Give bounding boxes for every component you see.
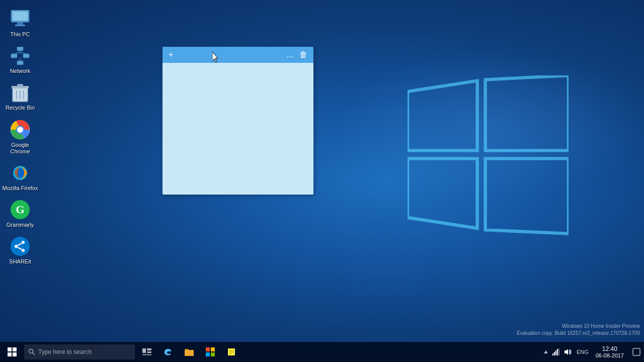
- sticky-note-more-button[interactable]: ...: [285, 49, 295, 60]
- clock-date: 06-08-2017: [596, 352, 624, 358]
- sticky-note-body[interactable]: [163, 63, 313, 195]
- tray-volume-icon[interactable]: [562, 342, 575, 362]
- svg-rect-57: [554, 352, 555, 355]
- svg-point-29: [11, 237, 30, 256]
- tray-network-icon[interactable]: [550, 342, 562, 362]
- volume-icon: [565, 348, 573, 355]
- system-tray: ENG 12:40 06-08-2017: [541, 342, 644, 362]
- shareit-label: SHAREit: [9, 258, 31, 265]
- chrome-icon: [10, 120, 30, 140]
- desktop-icon-recycle-bin[interactable]: Recycle Bin: [0, 78, 40, 115]
- build-info-line1: Windows 10 Home Insider Preview: [517, 323, 640, 330]
- svg-point-40: [29, 349, 33, 353]
- notification-center-button[interactable]: [629, 342, 644, 362]
- sticky-notes-taskbar-button[interactable]: [221, 342, 242, 362]
- svg-rect-6: [17, 22, 23, 25]
- task-view-button[interactable]: [137, 342, 157, 362]
- desktop-icon-grammarly[interactable]: G Grammarly: [0, 196, 40, 232]
- svg-rect-37: [13, 347, 17, 351]
- svg-rect-45: [142, 354, 151, 355]
- taskbar-search-box[interactable]: [24, 344, 135, 359]
- svg-line-14: [20, 52, 26, 54]
- file-explorer-button[interactable]: [179, 342, 199, 362]
- taskbar: ENG 12:40 06-08-2017: [0, 342, 644, 362]
- svg-rect-62: [633, 348, 640, 355]
- tray-language-indicator[interactable]: ENG: [575, 342, 591, 362]
- svg-rect-5: [13, 12, 28, 21]
- language-label: ENG: [577, 349, 589, 355]
- desktop-icon-shareit[interactable]: SHAREit: [0, 232, 40, 269]
- recycle-bin-label: Recycle Bin: [6, 105, 35, 111]
- svg-rect-18: [17, 84, 23, 86]
- svg-rect-36: [8, 347, 12, 351]
- build-info-line2: Evaluation copy. Build 16257.rs3_release…: [517, 330, 640, 337]
- svg-marker-55: [544, 350, 548, 353]
- svg-rect-58: [555, 350, 556, 355]
- grammarly-icon: G: [10, 200, 30, 220]
- svg-line-13: [14, 52, 20, 54]
- svg-point-30: [15, 245, 18, 248]
- svg-rect-10: [23, 54, 29, 58]
- taskbar-app-icons: [137, 342, 242, 362]
- store-button[interactable]: [200, 342, 220, 362]
- network-icon: [10, 46, 30, 66]
- sticky-note-header: + ... 🗑: [163, 47, 313, 63]
- sticky-note-widget: + ... 🗑: [163, 47, 313, 195]
- network-label: Network: [10, 68, 30, 74]
- recycle-bin-icon: [10, 82, 30, 103]
- svg-point-32: [22, 249, 25, 252]
- svg-rect-50: [211, 352, 215, 356]
- sticky-note-actions: ... 🗑: [285, 49, 309, 60]
- svg-rect-44: [147, 351, 151, 353]
- svg-rect-11: [17, 61, 23, 65]
- svg-point-31: [22, 241, 25, 244]
- this-pc-icon: [10, 9, 30, 29]
- svg-rect-7: [15, 25, 25, 26]
- this-pc-label: This PC: [10, 31, 30, 38]
- chrome-label: Google Chrome: [2, 142, 38, 155]
- svg-text:G: G: [16, 203, 24, 216]
- desktop-icons: This PC Network: [0, 5, 40, 269]
- network-tray-icon: [552, 348, 560, 355]
- svg-line-41: [33, 353, 35, 355]
- firefox-icon: [10, 163, 30, 183]
- notification-icon: [632, 348, 640, 356]
- desktop-icon-this-pc[interactable]: This PC: [0, 5, 40, 42]
- edge-button[interactable]: [158, 342, 178, 362]
- desktop-icon-mozilla-firefox[interactable]: Mozilla Firefox: [0, 159, 40, 196]
- svg-marker-61: [565, 349, 568, 355]
- desktop-glow: [342, 50, 644, 201]
- build-info: Windows 10 Home Insider Preview Evaluati…: [517, 323, 640, 337]
- desktop-icon-network[interactable]: Network: [0, 42, 40, 78]
- svg-point-24: [17, 127, 23, 133]
- search-icon: [28, 348, 35, 355]
- svg-rect-39: [13, 352, 17, 356]
- grammarly-label: Grammarly: [7, 222, 34, 228]
- sticky-note-add-button[interactable]: +: [167, 49, 175, 60]
- svg-rect-43: [147, 348, 151, 350]
- tray-expand-button[interactable]: [541, 342, 550, 362]
- svg-rect-56: [552, 353, 553, 355]
- chevron-up-icon: [543, 349, 548, 354]
- firefox-label: Mozilla Firefox: [3, 185, 38, 192]
- tray-clock[interactable]: 12:40 06-08-2017: [591, 342, 629, 362]
- svg-rect-59: [557, 349, 558, 355]
- desktop-icon-google-chrome[interactable]: Google Chrome: [0, 116, 40, 159]
- sticky-note-delete-button[interactable]: 🗑: [297, 49, 309, 60]
- start-button[interactable]: [0, 342, 24, 362]
- svg-rect-49: [206, 352, 210, 356]
- svg-rect-8: [17, 47, 23, 51]
- svg-rect-9: [11, 54, 17, 58]
- desktop: This PC Network: [0, 0, 644, 362]
- svg-rect-38: [8, 352, 12, 356]
- clock-time: 12:40: [602, 345, 617, 352]
- search-input[interactable]: [38, 348, 124, 355]
- svg-rect-48: [211, 347, 215, 351]
- svg-rect-47: [206, 347, 210, 351]
- svg-rect-60: [558, 348, 559, 355]
- svg-rect-42: [142, 348, 146, 353]
- svg-rect-46: [185, 350, 194, 356]
- shareit-icon: [10, 236, 30, 256]
